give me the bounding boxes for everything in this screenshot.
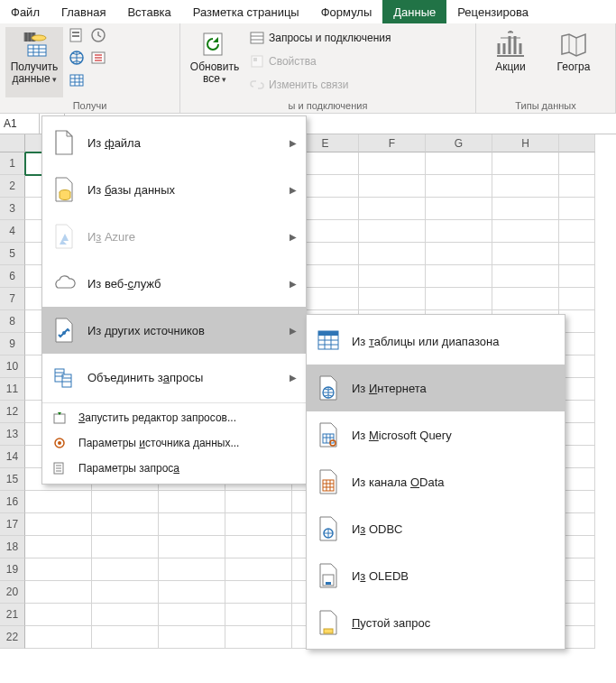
cell[interactable] (559, 243, 595, 265)
submenu-from-web[interactable]: Из Интернета (307, 365, 565, 411)
edit-links-button[interactable]: Изменить связи (249, 76, 391, 94)
submenu-from-odbc[interactable]: Из ODBC (307, 505, 565, 552)
menu-data-source-settings[interactable]: Параметры источника данных... (42, 430, 306, 456)
cell[interactable] (159, 491, 225, 513)
row-header[interactable]: 7 (0, 288, 25, 310)
cell[interactable] (492, 175, 559, 198)
col-header-h[interactable]: H (492, 134, 559, 152)
stocks-button[interactable]: Акции (482, 27, 539, 97)
submenu-from-odata[interactable]: Из канала OData (307, 458, 565, 505)
cell[interactable] (25, 513, 92, 536)
cell[interactable] (559, 152, 595, 175)
row-header[interactable]: 17 (0, 513, 25, 536)
row-header[interactable]: 4 (0, 220, 25, 243)
cell[interactable] (492, 220, 559, 243)
cell[interactable] (359, 152, 426, 175)
cell[interactable] (25, 626, 92, 649)
cell[interactable] (92, 513, 159, 536)
cell[interactable] (25, 558, 92, 581)
cell[interactable] (492, 288, 559, 310)
row-header[interactable]: 1 (0, 152, 25, 175)
menu-combine-queries[interactable]: Объединить запросы ▶ (42, 354, 306, 401)
submenu-blank-query[interactable]: Пустой запрос (307, 599, 565, 646)
col-header-i[interactable] (559, 134, 595, 152)
tab-review[interactable]: Рецензирова (446, 0, 539, 23)
cell[interactable] (159, 536, 225, 558)
cell[interactable] (159, 558, 225, 581)
menu-from-azure[interactable]: Из Azure ▶ (42, 213, 306, 260)
menu-from-database[interactable]: Из базы данных ▶ (42, 166, 306, 213)
from-text-icon[interactable] (69, 27, 85, 46)
menu-from-other-sources[interactable]: Из других источников ▶ (42, 307, 306, 354)
cell[interactable] (426, 243, 492, 265)
get-data-button[interactable]: Получитьданные▾ (5, 27, 63, 97)
row-header[interactable]: 12 (0, 401, 25, 423)
menu-launch-editor[interactable]: Запустить редактор запросов... (42, 405, 306, 430)
row-header[interactable]: 2 (0, 175, 25, 198)
tab-page-layout[interactable]: Разметка страницы (182, 0, 310, 23)
tab-formulas[interactable]: Формулы (310, 0, 383, 23)
queries-connections-button[interactable]: Запросы и подключения (249, 29, 391, 47)
cell[interactable] (426, 220, 492, 243)
cell[interactable] (426, 198, 492, 220)
cell[interactable] (92, 558, 159, 581)
cell[interactable] (426, 175, 492, 198)
col-header-g[interactable]: G (426, 134, 492, 152)
row-header[interactable]: 3 (0, 198, 25, 220)
cell[interactable] (159, 513, 225, 536)
row-header[interactable]: 14 (0, 446, 25, 468)
cell[interactable] (92, 536, 159, 558)
cell[interactable] (25, 604, 92, 626)
col-header-f[interactable]: F (359, 134, 426, 152)
cell[interactable] (25, 491, 92, 513)
row-header[interactable]: 16 (0, 491, 25, 513)
row-header[interactable]: 10 (0, 355, 25, 378)
cell[interactable] (225, 581, 292, 604)
tab-data[interactable]: Данные (382, 0, 446, 23)
cell[interactable] (359, 265, 426, 288)
cell[interactable] (359, 220, 426, 243)
recent-sources-icon[interactable] (90, 27, 106, 46)
cell[interactable] (159, 604, 225, 626)
cell[interactable] (159, 581, 225, 604)
tab-home[interactable]: Главная (51, 0, 116, 23)
cell[interactable] (225, 626, 292, 649)
row-header[interactable]: 8 (0, 310, 25, 333)
cell[interactable] (492, 243, 559, 265)
cell[interactable] (25, 536, 92, 558)
from-web-icon[interactable] (69, 50, 85, 69)
submenu-from-ms-query[interactable]: Из Microsoft Query (307, 411, 565, 458)
cell[interactable] (225, 491, 292, 513)
cell[interactable] (492, 265, 559, 288)
submenu-from-oledb[interactable]: Из OLEDB (307, 552, 565, 599)
row-header[interactable]: 9 (0, 333, 25, 355)
cell[interactable] (92, 626, 159, 649)
select-all-corner[interactable] (0, 134, 25, 152)
cell[interactable] (92, 604, 159, 626)
cell[interactable] (559, 288, 595, 310)
cell[interactable] (225, 536, 292, 558)
cell[interactable] (559, 198, 595, 220)
cell[interactable] (25, 581, 92, 604)
cell[interactable] (225, 513, 292, 536)
row-header[interactable]: 6 (0, 265, 25, 288)
cell[interactable] (92, 581, 159, 604)
cell[interactable] (225, 604, 292, 626)
cell[interactable] (426, 265, 492, 288)
from-table-icon[interactable] (69, 72, 85, 91)
cell[interactable] (359, 198, 426, 220)
row-header[interactable]: 5 (0, 243, 25, 265)
geography-button[interactable]: Геогра (545, 27, 602, 97)
row-header[interactable]: 13 (0, 423, 25, 446)
row-header[interactable]: 22 (0, 626, 25, 649)
cell[interactable] (426, 288, 492, 310)
existing-connections-icon[interactable] (90, 50, 106, 69)
menu-from-file[interactable]: Из файла ▶ (42, 119, 306, 166)
row-header[interactable]: 11 (0, 378, 25, 401)
cell[interactable] (559, 265, 595, 288)
menu-query-options[interactable]: Параметры запроса (42, 456, 306, 481)
cell[interactable] (225, 558, 292, 581)
tab-insert[interactable]: Вставка (116, 0, 181, 23)
row-header[interactable]: 19 (0, 558, 25, 581)
row-header[interactable]: 20 (0, 581, 25, 604)
